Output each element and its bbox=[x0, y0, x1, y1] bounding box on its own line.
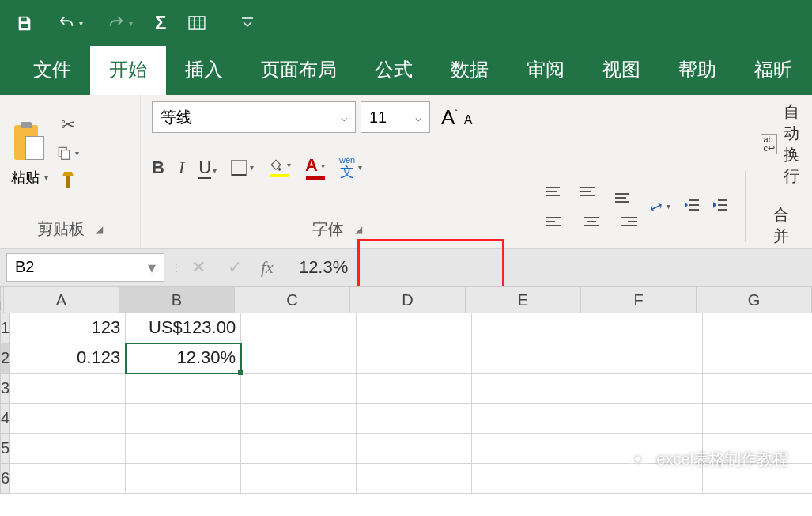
cell-F3[interactable] bbox=[587, 374, 703, 404]
cell-D4[interactable] bbox=[357, 404, 472, 434]
increase-font-button[interactable]: Aˆ bbox=[441, 105, 458, 130]
col-header-E[interactable]: E bbox=[466, 286, 581, 313]
font-size-combo[interactable]: 11⌵ bbox=[361, 101, 430, 133]
cell-B5[interactable] bbox=[126, 434, 241, 464]
cell-F1[interactable] bbox=[587, 313, 703, 343]
redo-button[interactable]: ▾ bbox=[105, 14, 133, 32]
col-header-G[interactable]: G bbox=[697, 286, 812, 313]
row-header-4[interactable]: 4 bbox=[0, 404, 10, 434]
confirm-formula-button[interactable]: ✓ bbox=[217, 257, 253, 278]
formula-value[interactable]: 12.3% bbox=[281, 257, 365, 278]
align-bottom-button[interactable] bbox=[615, 180, 637, 203]
cell-F2[interactable] bbox=[587, 343, 703, 374]
cell-D5[interactable] bbox=[357, 434, 472, 464]
tab-review[interactable]: 审阅 bbox=[508, 46, 584, 95]
cut-button[interactable]: ✂ bbox=[61, 115, 75, 135]
clipboard-dialog-launcher[interactable]: ◢ bbox=[96, 224, 103, 235]
autosum-button[interactable]: Σ bbox=[155, 12, 166, 34]
select-all-corner[interactable] bbox=[0, 286, 4, 313]
cell-E1[interactable] bbox=[472, 313, 587, 343]
insert-function-button[interactable]: fx bbox=[253, 257, 281, 278]
cell-A5[interactable] bbox=[10, 434, 126, 464]
row-header-6[interactable]: 6 bbox=[0, 464, 10, 494]
spreadsheet-grid[interactable]: A B C D E F G 1 123 US$123.00 2 0.123 12… bbox=[0, 286, 812, 494]
format-painter-button[interactable] bbox=[59, 170, 77, 194]
cell-E2[interactable] bbox=[472, 343, 587, 374]
cell-A2[interactable]: 0.123 bbox=[10, 343, 126, 374]
cell-A4[interactable] bbox=[10, 404, 126, 434]
wrap-text-button[interactable]: abc↩ 自动换行 bbox=[761, 101, 801, 187]
name-box[interactable]: B2 ▾ bbox=[6, 253, 164, 282]
tab-data[interactable]: 数据 bbox=[432, 46, 508, 95]
cell-E4[interactable] bbox=[472, 404, 587, 434]
cell-E3[interactable] bbox=[472, 374, 587, 404]
cell-C1[interactable] bbox=[241, 313, 357, 343]
font-name-combo[interactable]: 等线⌵ bbox=[152, 101, 356, 133]
cell-B3[interactable] bbox=[126, 374, 241, 404]
cell-C2[interactable] bbox=[241, 343, 357, 374]
cell-D6[interactable] bbox=[357, 464, 472, 494]
cell-F4[interactable] bbox=[587, 404, 703, 434]
cell-G1[interactable] bbox=[703, 313, 812, 343]
tab-foxit[interactable]: 福昕 bbox=[735, 46, 811, 95]
col-header-C[interactable]: C bbox=[235, 286, 350, 313]
orientation-button[interactable]: ⤢▾ bbox=[650, 197, 670, 216]
align-top-button[interactable] bbox=[546, 180, 568, 203]
paste-icon[interactable] bbox=[13, 122, 47, 163]
cancel-formula-button[interactable]: ✕ bbox=[180, 257, 217, 278]
cell-C3[interactable] bbox=[241, 374, 357, 404]
row-header-2[interactable]: 2 bbox=[0, 343, 10, 374]
increase-indent-button[interactable] bbox=[712, 198, 729, 215]
cell-D2[interactable] bbox=[357, 343, 472, 374]
font-color-button[interactable]: A▾ bbox=[305, 155, 325, 180]
cell-D3[interactable] bbox=[357, 374, 472, 404]
cell-B4[interactable] bbox=[126, 404, 241, 434]
col-header-F[interactable]: F bbox=[581, 286, 697, 313]
cell-B2[interactable]: 12.30% bbox=[126, 343, 241, 374]
col-header-D[interactable]: D bbox=[350, 286, 466, 313]
cell-E6[interactable] bbox=[472, 464, 587, 494]
undo-button[interactable]: ▾ bbox=[55, 14, 83, 32]
align-left-button[interactable] bbox=[546, 211, 568, 233]
cell-C4[interactable] bbox=[241, 404, 357, 434]
chevron-down-icon[interactable]: ▾ bbox=[79, 19, 83, 28]
cell-E5[interactable] bbox=[472, 434, 587, 464]
cell-B1[interactable]: US$123.00 bbox=[126, 313, 241, 343]
col-header-A[interactable]: A bbox=[4, 286, 119, 313]
align-middle-button[interactable] bbox=[580, 180, 602, 203]
row-header-1[interactable]: 1 bbox=[0, 313, 10, 343]
cell-B6[interactable] bbox=[126, 464, 241, 494]
copy-button[interactable]: ▾ bbox=[56, 145, 79, 161]
cell-A3[interactable] bbox=[10, 374, 126, 404]
tab-home[interactable]: 开始 bbox=[90, 46, 166, 95]
cell-G2[interactable] bbox=[703, 343, 812, 374]
cell-C6[interactable] bbox=[241, 464, 357, 494]
align-center-button[interactable] bbox=[580, 211, 602, 233]
font-dialog-launcher[interactable]: ◢ bbox=[355, 224, 362, 235]
decrease-indent-button[interactable] bbox=[683, 198, 701, 215]
phonetic-button[interactable]: wén文 ▾ bbox=[339, 156, 362, 179]
paste-button[interactable]: 粘贴▾ bbox=[11, 168, 48, 187]
tab-help[interactable]: 帮助 bbox=[659, 46, 735, 95]
expand-namebox-handle[interactable]: ⋮ bbox=[171, 261, 180, 274]
row-header-5[interactable]: 5 bbox=[0, 434, 10, 464]
col-header-B[interactable]: B bbox=[119, 286, 235, 313]
italic-button[interactable]: I bbox=[179, 157, 184, 178]
tab-insert[interactable]: 插入 bbox=[166, 46, 242, 95]
underline-button[interactable]: U▾ bbox=[198, 157, 217, 178]
fill-color-button[interactable]: ▾ bbox=[268, 158, 291, 177]
customize-qat-button[interactable] bbox=[240, 17, 255, 29]
tab-file[interactable]: 文件 bbox=[14, 46, 90, 95]
cell-G3[interactable] bbox=[703, 374, 812, 404]
cell-C5[interactable] bbox=[241, 434, 357, 464]
cell-G4[interactable] bbox=[703, 404, 812, 434]
tab-view[interactable]: 视图 bbox=[584, 46, 659, 95]
cell-A6[interactable] bbox=[10, 464, 126, 494]
save-button[interactable] bbox=[16, 14, 33, 32]
align-right-button[interactable] bbox=[615, 211, 637, 233]
bold-button[interactable]: B bbox=[152, 157, 164, 178]
decrease-font-button[interactable]: Aˇ bbox=[464, 113, 474, 127]
borders-button[interactable]: ▾ bbox=[231, 160, 254, 176]
chevron-down-icon[interactable]: ▾ bbox=[129, 19, 133, 28]
table-button[interactable] bbox=[188, 16, 206, 30]
